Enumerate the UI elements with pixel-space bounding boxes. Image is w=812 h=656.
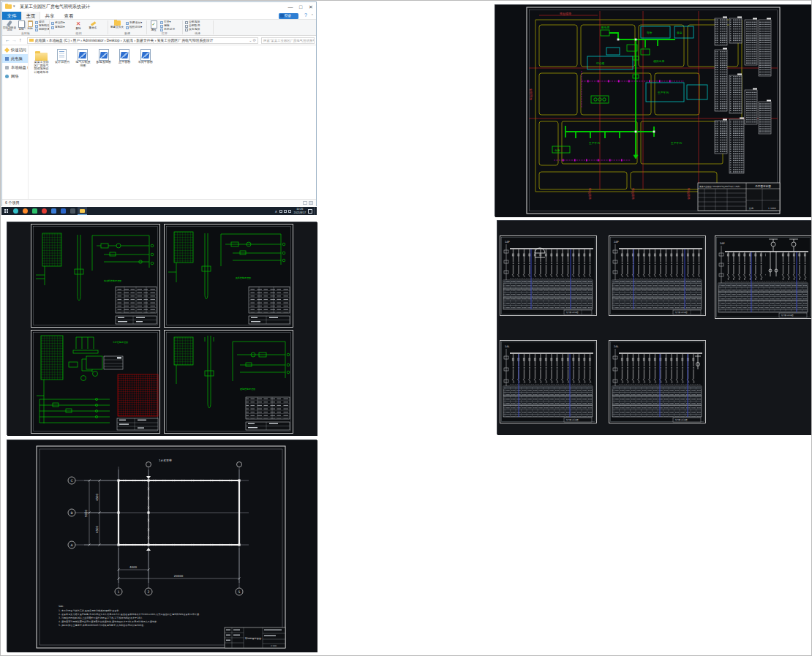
move-to-icon	[51, 22, 54, 25]
tab-file[interactable]: 文件	[2, 12, 21, 20]
system-tray: ∧ 10:26 2021/8/17	[274, 207, 317, 215]
paste-button[interactable]: 粘贴	[26, 20, 34, 30]
search-box[interactable]: 搜索"某某工业园区厂房电气照明系统设计"	[261, 37, 315, 44]
distribution-panel-4: 1AL 动力配电系统图	[500, 341, 597, 423]
disk-icon	[5, 66, 9, 69]
tab-view[interactable]: 查看	[59, 12, 78, 20]
details-view-icon[interactable]	[303, 201, 307, 205]
sidebar-item-network[interactable]: 网络	[2, 72, 28, 80]
svg-text:4500: 4500	[95, 493, 99, 501]
sidebar-item-this-pc[interactable]: 此电脑	[2, 54, 28, 63]
schematic-caption: 照明控制原理图	[240, 388, 255, 391]
svg-text:1: 1	[118, 590, 120, 594]
file-item-dwg-1[interactable]: 电气控制原理图	[75, 49, 91, 67]
feeders	[510, 249, 592, 277]
distribution-drawing: 1AP 动力配电系统图	[497, 221, 812, 435]
new-item-icon	[126, 22, 129, 25]
forward-button[interactable]: →	[12, 36, 17, 45]
panel-title-mini: 动力配电系统图	[564, 418, 592, 422]
easy-access-button[interactable]: 轻松访问 ▾	[126, 26, 145, 29]
dwg-file-icon	[99, 49, 109, 61]
new-folder-icon	[114, 20, 121, 26]
delete-button[interactable]: ✕ 删除	[72, 20, 84, 30]
music-icon	[42, 208, 47, 214]
floor-plan-drawing: 1#避雷带 C B A 1 2 5	[7, 440, 317, 652]
tray-icon[interactable]	[279, 210, 282, 213]
material-table	[249, 287, 290, 313]
taskbar-app-explorer[interactable]	[78, 207, 87, 215]
close-button[interactable]: ✕	[306, 2, 316, 12]
file-explorer-window: ▾ 某某工业园区厂房电气照明系统设计 — □ ✕ 文件 主页 共享 查看 登录 …	[1, 1, 317, 215]
project-name: 某某工业园区厂房变配电与照明系统设计(初步)	[699, 185, 740, 188]
taskbar-clock[interactable]: 10:26 2021/8/17	[294, 208, 306, 214]
taskbar-app-music[interactable]	[40, 207, 49, 215]
start-button[interactable]	[1, 207, 11, 215]
tab-home[interactable]: 主页	[21, 12, 40, 20]
network-icon	[5, 75, 9, 78]
svg-text:1. 本工程防雷等级为三类,屋面采用Φ10热镀锌圆钢作避雷带: 1. 本工程防雷等级为三类,屋面采用Φ10热镀锌圆钢作避雷带。	[59, 609, 121, 612]
tray-icon[interactable]	[288, 210, 291, 213]
taskbar-app-wechat[interactable]	[30, 207, 40, 215]
panel-title-block	[116, 316, 157, 324]
chevron-down-icon[interactable]: ▾	[13, 4, 15, 8]
taskbar-app-dark[interactable]	[68, 207, 78, 215]
file-item-dwg-3[interactable]: 总平面图	[116, 49, 133, 64]
panel-title-block	[117, 418, 158, 430]
file-item-folder[interactable]: 某某工业园区厂房电气照明系统设计最终版本	[33, 49, 50, 74]
sidebar-item-quick-access[interactable]: 快速访问	[2, 45, 28, 54]
copy-button[interactable]: 复制	[17, 20, 26, 31]
up-button[interactable]: ↑	[19, 36, 22, 45]
show-desktop-button[interactable]	[314, 207, 317, 215]
minimize-button[interactable]: —	[285, 2, 296, 12]
schematic-panel-3: 水泵控制原理图	[31, 331, 160, 434]
refresh-icon[interactable]: ⟳	[253, 38, 256, 42]
scale-value: 1:1000	[768, 207, 776, 210]
circuit-table	[612, 386, 702, 417]
thumbnails-view-icon[interactable]	[309, 201, 313, 205]
schematic-caption: 水泵控制原理图	[113, 341, 128, 344]
drawing-title: 总平面布置图	[754, 184, 771, 188]
circuit-table	[718, 283, 808, 312]
panel-title-block	[249, 316, 290, 324]
maximize-button[interactable]: □	[296, 2, 306, 12]
computer-icon	[5, 57, 9, 61]
sidebar-item-local-disk[interactable]: 本地磁盘 (C:)	[2, 63, 28, 72]
new-folder-button[interactable]: 新建文件夹	[110, 20, 124, 29]
rename-button[interactable]: 重命名	[86, 20, 100, 29]
file-item-doc[interactable]: 设计说明书	[53, 49, 70, 64]
cloud-login-button[interactable]: 登录	[279, 13, 298, 19]
app-icon	[61, 208, 66, 214]
tray-expand-icon[interactable]: ∧	[274, 209, 277, 214]
help-icon[interactable]: ?	[304, 12, 307, 18]
taskbar-app-blue2[interactable]	[59, 207, 68, 215]
properties-icon: ✓	[151, 20, 157, 29]
svg-text:宿舍: 宿舍	[647, 31, 653, 34]
breadcrumb[interactable]: 此电脑 › 本地磁盘 (C:) › 用户 › Administrator › D…	[35, 38, 213, 42]
move-to-button[interactable]: 移动到 ▾	[51, 21, 70, 25]
tray-icon[interactable]	[284, 210, 287, 213]
panel-title-mini: 动力配电系统图	[779, 313, 807, 317]
svg-text:动力配电系统图: 动力配电系统图	[675, 311, 688, 314]
windows-logo-icon	[4, 209, 9, 214]
taskbar-app-browser[interactable]	[11, 207, 20, 215]
file-item-dwg-2[interactable]: 配电系统图	[95, 49, 112, 64]
new-item-button[interactable]: 新建项目 ▾	[126, 21, 145, 25]
copy-to-button[interactable]: 复制到 ▾	[51, 26, 70, 29]
svg-text:动力配电系统图: 动力配电系统图	[566, 311, 579, 314]
tab-share[interactable]: 共享	[40, 12, 59, 20]
notification-center-icon[interactable]	[308, 209, 312, 214]
edit-icon	[160, 25, 163, 28]
plc-table	[104, 356, 123, 369]
ribbon-tabs: 文件 主页 共享 查看 登录 ? ⌃	[2, 12, 316, 20]
back-button[interactable]: ←	[5, 36, 10, 45]
collapse-ribbon-icon[interactable]: ⌃	[311, 13, 314, 18]
properties-button[interactable]: ✓ 属性	[149, 20, 159, 31]
file-item-dwg-4[interactable]: 车间平面图	[137, 49, 154, 64]
breadcrumb-box[interactable]: 此电脑 › 本地磁盘 (C:) › 用户 › Administrator › D…	[27, 37, 258, 44]
taskbar-app-blue1[interactable]	[49, 207, 59, 215]
scale-value: 1:100	[271, 644, 277, 647]
dropdown-icon[interactable]: ⌄	[249, 38, 252, 42]
document-icon	[57, 49, 67, 61]
taskbar-app-firefox[interactable]	[20, 207, 30, 215]
schematic-panel-1: 电动机控制原理图	[31, 225, 160, 328]
